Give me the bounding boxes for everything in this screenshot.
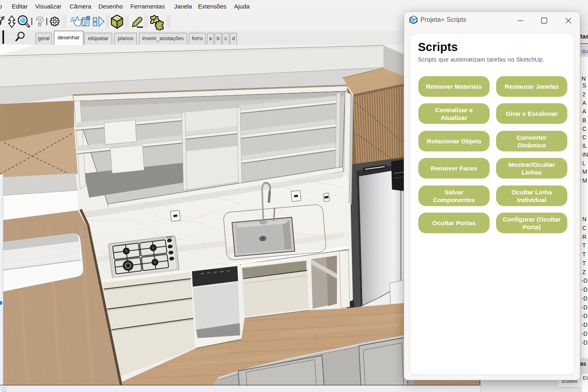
svg-text:?: ?: [36, 15, 44, 29]
